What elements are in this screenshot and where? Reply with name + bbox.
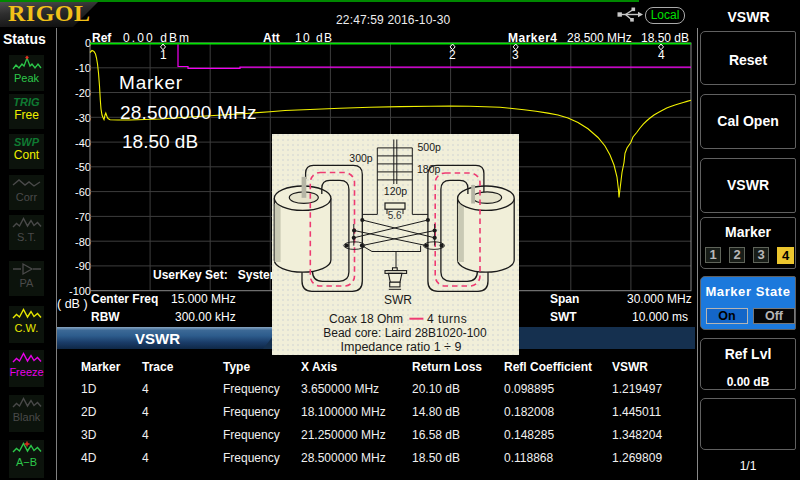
svg-text:Bead core: Laird 28B1020-100: Bead core: Laird 28B1020-100 bbox=[323, 326, 487, 340]
svg-text:SWR: SWR bbox=[384, 293, 412, 307]
svg-text:120p: 120p bbox=[384, 185, 408, 197]
svg-text:Coax 18 Ohm: Coax 18 Ohm bbox=[329, 312, 403, 326]
svg-text:4 turns: 4 turns bbox=[427, 312, 467, 326]
svg-text:500p: 500p bbox=[418, 141, 442, 153]
svg-text:Impedance ratio 1 ÷ 9: Impedance ratio 1 ÷ 9 bbox=[341, 340, 462, 354]
svg-text:300p: 300p bbox=[349, 152, 373, 164]
svg-text:180p: 180p bbox=[417, 163, 441, 175]
svg-text:5.6: 5.6 bbox=[388, 210, 402, 221]
